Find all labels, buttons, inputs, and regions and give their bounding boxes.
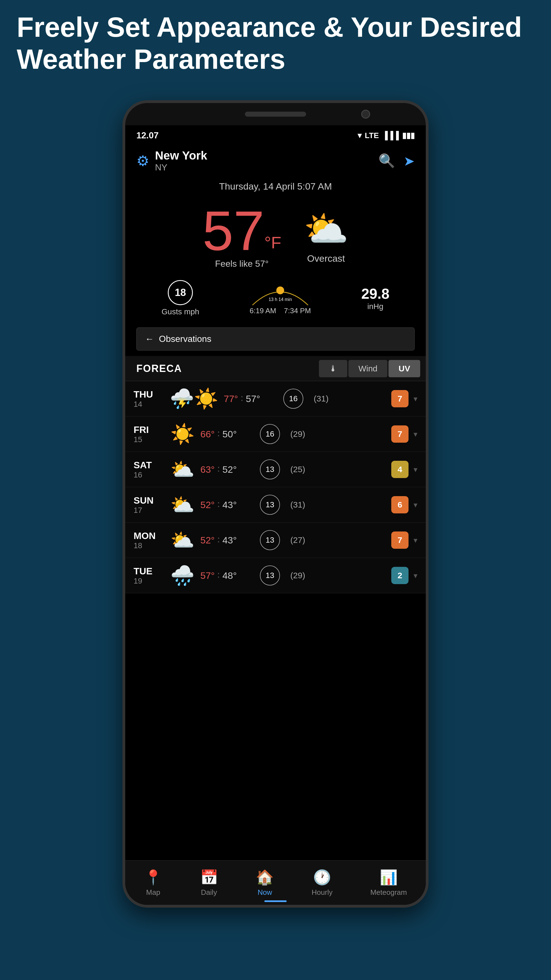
forecast-icon-1: ☀️ <box>170 423 195 445</box>
row-right-2: 4 ▾ <box>391 461 418 478</box>
temp-high-1: 66° <box>200 429 214 439</box>
temp-section: 57°F Feels like 57° <box>202 203 281 269</box>
nav-daily-label: Daily <box>201 888 217 897</box>
day-num-2: 16 <box>133 471 164 479</box>
expand-icon-2[interactable]: ▾ <box>413 465 418 474</box>
signal-icon: ▐▐▐ <box>382 131 399 140</box>
forecast-temps-2: 63° ∶ 52° <box>200 464 256 475</box>
wind-circle-2: 13 <box>260 460 280 479</box>
forecast-row-0[interactable]: THU 14 ⛈️☀️ 77° ∶ 57° 16 (31) 7 ▾ <box>125 381 426 417</box>
expand-icon-4[interactable]: ▾ <box>413 536 418 545</box>
temp-low-5: 48° <box>222 570 237 581</box>
expand-icon-0[interactable]: ▾ <box>413 394 418 403</box>
lte-label: LTE <box>365 131 379 140</box>
page-header: Freely Set Appearance & Your Desired Wea… <box>17 11 534 75</box>
nav-map[interactable]: 📍 Map <box>144 869 162 897</box>
pressure-stat: 29.8 inHg <box>361 285 389 311</box>
wind-circle-5: 13 <box>260 565 280 585</box>
location-icon[interactable]: ➤ <box>403 153 414 169</box>
expand-icon-3[interactable]: ▾ <box>413 500 418 509</box>
sun-times: 6:19 AM 7:34 PM <box>249 307 311 315</box>
state-label: NY <box>155 162 207 173</box>
forecast-row-3[interactable]: SUN 17 ⛅ 52° ∶ 43° 13 (31) 6 ▾ <box>125 487 426 523</box>
forecast-row-2[interactable]: SAT 16 ⛅ 63° ∶ 52° 13 (25) 4 ▾ <box>125 452 426 487</box>
date-display: Thursday, 14 April 5:07 AM <box>125 178 426 197</box>
sun-arc-svg: 13 h 14 min <box>249 282 311 307</box>
uv-badge-5: 2 <box>391 567 408 584</box>
forecast-row-4[interactable]: MON 18 ⛅ 52° ∶ 43° 13 (27) 7 ▾ <box>125 523 426 558</box>
wind-circle-3: 13 <box>260 495 280 515</box>
nav-meteogram[interactable]: 📊 Meteogram <box>370 869 407 897</box>
weather-condition-icon: ⛅ <box>303 208 349 250</box>
wind-circle-4: 13 <box>260 530 280 550</box>
uv-badge-1: 7 <box>391 425 408 443</box>
stats-row: 18 Gusts mph 13 h 14 min 6:19 AM 7:34 PM… <box>125 275 426 325</box>
uv-badge-0: 7 <box>391 390 408 407</box>
tab-uv[interactable]: UV <box>389 360 420 377</box>
day-name-0: THU <box>133 389 164 400</box>
temperature-unit: °F <box>264 233 281 252</box>
temp-low-0: 57° <box>246 393 260 404</box>
wind-circle-0: 16 <box>283 389 303 409</box>
tab-wind[interactable]: Wind <box>348 360 387 377</box>
left-buttons <box>122 186 124 237</box>
forecast-day-4: MON 18 <box>133 530 164 550</box>
row-right-3: 6 ▾ <box>391 496 418 513</box>
gusts-stat: 18 Gusts mph <box>162 280 199 316</box>
forecast-icon-3: ⛅ <box>170 493 195 516</box>
map-icon: 📍 <box>144 869 162 886</box>
location-text: New York NY <box>155 149 207 173</box>
sunrise-time: 6:19 AM <box>249 307 276 315</box>
uv-badge-4: 7 <box>391 531 408 549</box>
day-name-1: FRI <box>133 424 164 435</box>
expand-icon-5[interactable]: ▾ <box>413 571 418 580</box>
temp-low-3: 43° <box>222 500 237 510</box>
nav-now[interactable]: 🏠 Now <box>256 869 274 897</box>
day-num-1: 15 <box>133 435 164 444</box>
settings-icon[interactable]: ⚙ <box>137 153 149 169</box>
forecast-temps-4: 52° ∶ 43° <box>200 535 256 546</box>
day-name-2: SAT <box>133 460 164 471</box>
temp-high-5: 57° <box>200 570 214 581</box>
temp-high-4: 52° <box>200 535 214 546</box>
search-icon[interactable]: 🔍 <box>378 153 395 169</box>
volume-up-button[interactable] <box>122 186 124 209</box>
forecast-wind-3: 13 <box>256 495 284 515</box>
status-icons: ▾ LTE ▐▐▐ ▮▮▮ <box>357 131 414 140</box>
nav-hourly[interactable]: 🕐 Hourly <box>312 869 333 897</box>
forecast-list: THU 14 ⛈️☀️ 77° ∶ 57° 16 (31) 7 ▾ FRI 15 <box>125 381 426 593</box>
foreca-logo: FORECA <box>131 363 319 374</box>
forecast-icon-2: ⛅ <box>170 458 195 481</box>
forecast-day-2: SAT 16 <box>133 460 164 479</box>
power-button[interactable] <box>427 215 429 251</box>
expand-icon-1[interactable]: ▾ <box>413 430 418 439</box>
forecast-temps-1: 66° ∶ 50° <box>200 428 256 440</box>
temp-low-1: 50° <box>222 429 237 439</box>
nav-map-label: Map <box>146 888 160 897</box>
tab-temperature[interactable]: 🌡 <box>319 360 347 377</box>
observations-button[interactable]: ← Observations <box>137 328 414 350</box>
back-arrow-icon: ← <box>145 334 154 344</box>
day-name-3: SUN <box>133 495 164 506</box>
weather-description: Overcast <box>307 253 345 264</box>
location-header: ⚙ New York NY 🔍 ➤ <box>125 143 426 178</box>
weather-main: 57°F Feels like 57° ⛅ Overcast <box>125 197 426 275</box>
temp-high-2: 63° <box>200 464 214 475</box>
svg-point-0 <box>276 286 284 294</box>
location-actions: 🔍 ➤ <box>378 153 414 169</box>
location-left: ⚙ New York NY <box>137 149 207 173</box>
city-label: New York <box>155 149 207 162</box>
temp-low-4: 43° <box>222 535 237 546</box>
row-right-5: 2 ▾ <box>391 567 418 584</box>
nav-daily[interactable]: 📅 Daily <box>200 869 218 897</box>
day-num-0: 14 <box>133 400 164 409</box>
forecast-row-1[interactable]: FRI 15 ☀️ 66° ∶ 50° 16 (29) 7 ▾ <box>125 417 426 452</box>
forecast-row-5[interactable]: TUE 19 🌧️ 57° ∶ 48° 13 (29) 2 ▾ <box>125 558 426 593</box>
forecast-temps-3: 52° ∶ 43° <box>200 499 256 510</box>
speaker <box>245 111 306 117</box>
forecast-wind-5: 13 <box>256 565 284 585</box>
wind-circle-1: 16 <box>260 424 280 444</box>
bottom-nav: 📍 Map 📅 Daily 🏠 Now 🕐 Hourly 📊 Meteogram <box>125 860 426 905</box>
volume-down-button[interactable] <box>122 215 124 237</box>
forecast-temps-5: 57° ∶ 48° <box>200 570 256 581</box>
